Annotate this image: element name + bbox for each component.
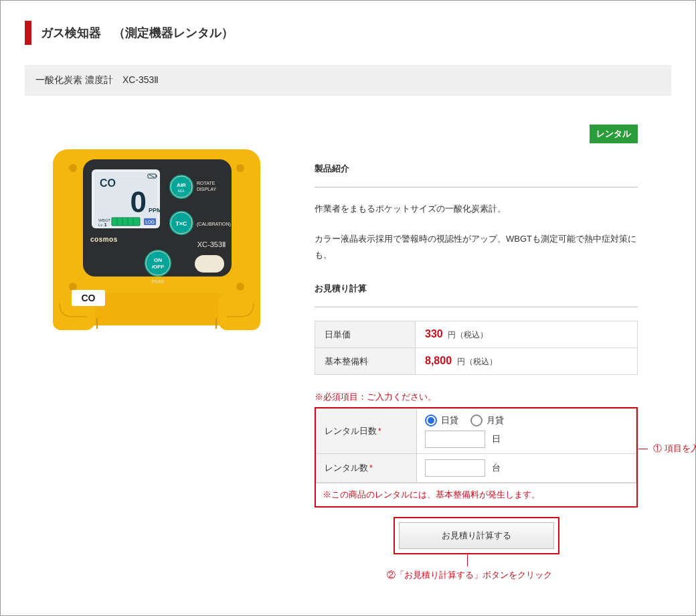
required-asterisk: * — [369, 463, 373, 473]
intro-text-1: 作業者をまもるポケットサイズの一酸化炭素計。 — [315, 201, 638, 218]
setup-fee-note: ※この商品のレンタルには、基本整備料が発生します。 — [316, 483, 636, 506]
page-title: ガス検知器 （測定機器レンタル） — [41, 25, 234, 41]
divider — [315, 187, 638, 187]
rental-form-table: レンタル日数* 日貸 月貸 日 — [316, 408, 636, 483]
accent-bar-icon — [25, 21, 31, 45]
svg-text:AIR: AIR — [177, 182, 186, 188]
svg-text:DISPLAY: DISPLAY — [197, 187, 216, 191]
divider — [315, 307, 638, 307]
callout-line-icon — [467, 554, 468, 566]
svg-rect-19 — [112, 218, 140, 226]
page-title-block: ガス検知器 （測定機器レンタル） — [25, 21, 671, 45]
product-image: CO 0 PPM WBGT Lv1 — [25, 143, 288, 554]
table-row: レンタル数* 台 — [317, 454, 636, 483]
price-table: 日単価 330 円（税込） 基本整備料 8,800 円（税込） — [315, 321, 638, 375]
svg-text:ON: ON — [154, 257, 162, 263]
form-days-input-cell: 日貸 月貸 日 — [417, 409, 636, 454]
svg-text:PPM: PPM — [149, 207, 162, 214]
radio-monthly[interactable] — [470, 414, 483, 427]
price-label-setup: 基本整備料 — [315, 348, 416, 375]
svg-text:(CALIBRATION): (CALIBRATION) — [197, 222, 231, 227]
required-asterisk: * — [378, 427, 381, 436]
svg-point-5 — [236, 164, 244, 172]
quote-calculate-button[interactable]: お見積り計算する — [399, 522, 554, 549]
price-value-daily: 330 円（税込） — [416, 321, 638, 348]
page: ガス検知器 （測定機器レンタル） 一酸化炭素 濃度計 XC-353Ⅱ レンタル — [0, 0, 696, 616]
quote-button-label: お見積り計算する — [442, 530, 511, 542]
svg-point-4 — [69, 164, 77, 172]
svg-text:T×C: T×C — [175, 220, 187, 227]
form-qty-label: レンタル数 — [325, 463, 368, 473]
qty-input[interactable] — [425, 459, 485, 477]
svg-text:XC-353Ⅱ: XC-353Ⅱ — [197, 240, 225, 248]
intro-heading: 製品紹介 — [315, 163, 638, 175]
table-row: レンタル日数* 日貸 月貸 日 — [317, 409, 636, 454]
svg-text:ROTATE: ROTATE — [197, 181, 215, 185]
form-days-label: レンタル日数 — [325, 426, 377, 436]
callout-button-click: ②「お見積り計算する」ボタンをクリック — [387, 554, 552, 581]
callout-1-text: ① 項目を入力 — [653, 443, 696, 455]
info-column: 製品紹介 作業者をまもるポケットサイズの一酸化炭素計。 カラー液晶表示採用で警報… — [315, 126, 671, 554]
radio-daily-label: 日貸 — [441, 414, 458, 427]
product-subheader: 一酸化炭素 濃度計 XC-353Ⅱ — [25, 65, 671, 96]
table-row: 基本整備料 8,800 円（税込） — [315, 348, 638, 375]
svg-rect-3 — [219, 293, 260, 330]
product-image-column: CO 0 PPM WBGT Lv1 — [25, 126, 288, 554]
form-days-label-cell: レンタル日数* — [317, 409, 417, 454]
days-input[interactable] — [425, 431, 485, 448]
form-qty-input-cell: 台 — [417, 454, 636, 483]
svg-point-7 — [236, 283, 244, 291]
days-unit: 日 — [492, 434, 501, 444]
intro-text-2: カラー液晶表示採用で警報時の視認性がアップ。WBGTも測定可能で熱中症対策にも。 — [315, 231, 638, 264]
quote-heading: お見積り計算 — [315, 283, 638, 295]
rental-type-options: 日貸 月貸 — [425, 414, 628, 427]
price-value-setup: 8,800 円（税込） — [416, 348, 638, 375]
svg-text:CO: CO — [100, 177, 116, 189]
svg-point-6 — [69, 283, 77, 291]
svg-text:0: 0 — [130, 185, 146, 218]
form-qty-label-cell: レンタル数* — [317, 454, 417, 483]
svg-text:/OFF: /OFF — [151, 264, 163, 270]
callout-line-icon — [638, 449, 648, 449]
svg-text:CO: CO — [81, 293, 95, 303]
svg-text:LOG: LOG — [145, 220, 155, 224]
radio-daily[interactable] — [425, 414, 437, 427]
callout-2-text: ②「お見積り計算する」ボタンをクリック — [387, 569, 552, 581]
main-content: CO 0 PPM WBGT Lv1 — [25, 126, 671, 554]
svg-point-38 — [145, 250, 171, 277]
svg-text:cosmos: cosmos — [90, 236, 118, 243]
callout-input-items: ① 項目を入力 — [638, 443, 696, 455]
gas-detector-icon: CO 0 PPM WBGT Lv1 — [46, 143, 267, 337]
svg-rect-43 — [195, 255, 224, 273]
svg-text:PEAK: PEAK — [151, 279, 164, 284]
table-row: 日単価 330 円（税込） — [315, 321, 638, 348]
svg-text:ADJ.: ADJ. — [177, 189, 185, 193]
rental-form-highlight: レンタル日数* 日貸 月貸 日 — [315, 407, 638, 508]
price-label-daily: 日単価 — [315, 321, 416, 348]
radio-monthly-label: 月貸 — [487, 414, 504, 427]
quote-button-highlight: お見積り計算する — [394, 517, 559, 554]
qty-unit: 台 — [492, 463, 501, 473]
svg-rect-15 — [156, 175, 157, 177]
required-note: ※必須項目：ご入力ください。 — [315, 391, 638, 403]
